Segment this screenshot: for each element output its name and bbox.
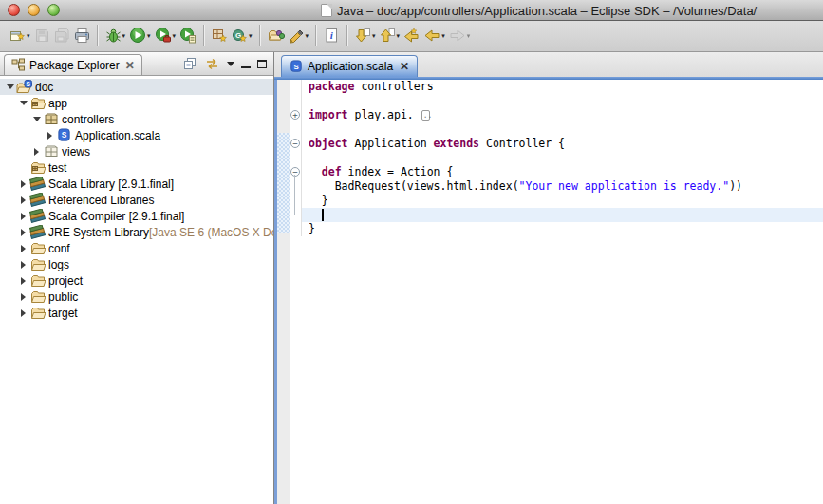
search-button[interactable]: ▾ [287, 23, 311, 47]
folder-icon [29, 257, 46, 272]
chevron-down-icon[interactable]: ▾ [147, 32, 151, 39]
code-line[interactable] [290, 122, 823, 137]
scala-project-icon: S [16, 80, 32, 95]
zoom-button[interactable] [47, 4, 60, 16]
javadoc-button[interactable]: i [322, 23, 342, 47]
code-line[interactable] [290, 94, 823, 108]
code-line[interactable] [290, 208, 823, 222]
tree-item-test[interactable]: test [0, 159, 273, 176]
forward-icon [449, 28, 466, 44]
close-button[interactable] [8, 4, 20, 16]
code-line[interactable]: +import play.api._ [290, 108, 823, 122]
disclosure-triangle-icon[interactable] [17, 101, 29, 105]
forward-button[interactable]: ▾ [447, 23, 473, 47]
close-icon[interactable]: ✕ [125, 59, 135, 72]
next-annotation-icon [355, 28, 371, 44]
chevron-down-icon[interactable]: ▾ [397, 32, 401, 39]
disclosure-triangle-icon[interactable] [17, 293, 29, 301]
back-icon [423, 28, 440, 44]
toolbar-separator [346, 25, 348, 46]
print-button[interactable] [72, 23, 92, 47]
tree-item-jre-system-library[interactable]: JRE System Library [Java SE 6 (MacOS X D… [0, 224, 273, 240]
debug-button[interactable]: ▾ [103, 23, 128, 47]
chevron-down-icon[interactable]: ▾ [27, 32, 30, 39]
tree-item-doc[interactable]: Sdoc [0, 79, 273, 95]
chevron-down-icon[interactable]: ▾ [441, 32, 445, 39]
fold-expand-icon[interactable]: + [290, 108, 302, 122]
tree-item-logs[interactable]: logs [0, 256, 273, 272]
tree-item-controllers[interactable]: controllers [0, 111, 273, 127]
collapsed-region-icon[interactable] [421, 110, 430, 121]
next-annotation-button[interactable]: ▾ [353, 23, 378, 47]
disclosure-triangle-icon[interactable] [30, 148, 43, 156]
back-button[interactable]: ▾ [421, 23, 447, 47]
disclosure-triangle-icon[interactable] [17, 261, 29, 269]
last-edit-location-button[interactable] [402, 23, 421, 47]
disclosure-triangle-icon[interactable] [17, 309, 29, 317]
new-wizard-button[interactable]: ▾ [8, 23, 32, 47]
disclosure-triangle-icon[interactable] [17, 196, 29, 204]
chevron-down-icon[interactable]: ▾ [467, 32, 471, 39]
annotation-ruler[interactable] [277, 80, 290, 504]
chevron-down-icon[interactable]: ▾ [173, 32, 177, 39]
previous-annotation-button[interactable]: ▾ [378, 23, 402, 47]
disclosure-triangle-icon[interactable] [17, 277, 29, 285]
tree-item-views[interactable]: views [0, 143, 273, 159]
chevron-down-icon[interactable]: ▾ [122, 32, 126, 39]
tree-item-label: Scala Library [2.9.1.final] [48, 177, 174, 191]
code-text: import play.api._ [302, 108, 823, 122]
minimize-button[interactable] [28, 4, 40, 16]
chevron-down-icon[interactable]: ▾ [306, 32, 309, 39]
code-line[interactable]: −object Application extends Controller { [290, 137, 823, 151]
code-line[interactable] [290, 151, 823, 165]
fold-scope-line [294, 175, 299, 215]
code-line[interactable]: } [290, 194, 823, 208]
code-area[interactable]: package controllers+import play.api._−ob… [290, 80, 823, 504]
chevron-down-icon[interactable]: ▾ [372, 32, 376, 39]
package-explorer-tab[interactable]: Package Explorer ✕ [4, 54, 142, 75]
close-icon[interactable]: ✕ [400, 60, 409, 73]
editor-tab-application-scala[interactable]: S Application.scala ✕ [281, 55, 418, 77]
disclosure-triangle-icon[interactable] [17, 245, 29, 252]
fold-collapse-icon[interactable]: − [290, 137, 302, 151]
tree-item-referenced-libraries[interactable]: Referenced Libraries [0, 192, 273, 208]
tree-item-app[interactable]: app [0, 95, 273, 111]
disclosure-triangle-icon[interactable] [17, 180, 29, 188]
run-button[interactable]: ▾ [127, 23, 153, 47]
link-with-editor-button[interactable] [204, 56, 220, 71]
profile-button[interactable] [178, 23, 198, 47]
maximize-view-button[interactable] [257, 60, 267, 68]
new-element-wizard-icon: G [232, 28, 248, 44]
view-menu-button[interactable] [227, 62, 234, 66]
tree-item-label: Application.scala [75, 129, 160, 142]
tree-item-public[interactable]: public [0, 289, 273, 305]
code-line[interactable]: } [290, 222, 823, 236]
tree-item-application.scala[interactable]: SApplication.scala [0, 127, 273, 143]
view-title: Package Explorer [29, 59, 120, 72]
disclosure-triangle-icon[interactable] [44, 132, 56, 140]
disclosure-triangle-icon[interactable] [4, 84, 16, 89]
new-java-project-button[interactable] [210, 23, 230, 47]
code-line[interactable]: BadRequest(views.html.index("Your new ap… [290, 179, 823, 194]
collapse-all-button[interactable] [182, 56, 197, 71]
tree-item-project[interactable]: project [0, 272, 273, 289]
tree-item-conf[interactable]: conf [0, 240, 273, 256]
minimize-view-button[interactable] [241, 60, 251, 68]
code-line[interactable]: package controllers [290, 80, 823, 94]
chevron-down-icon[interactable]: ▾ [249, 32, 253, 39]
editor-content[interactable]: package controllers+import play.api._−ob… [274, 80, 823, 504]
tree-item-scala-compiler-2.9.1.final[interactable]: Scala Compiler [2.9.1.final] [0, 208, 273, 224]
save-button[interactable] [32, 23, 52, 47]
disclosure-triangle-icon[interactable] [30, 117, 43, 121]
tree-item-target[interactable]: target [0, 305, 273, 321]
code-text: object Application extends Controller { [302, 137, 823, 151]
save-all-button[interactable] [52, 23, 72, 47]
library-icon [29, 209, 46, 224]
tree-item-scala-library-2.9.1.final[interactable]: Scala Library [2.9.1.final] [0, 176, 273, 192]
new-element-wizard-button[interactable]: G ▾ [230, 23, 254, 47]
run-external-tools-button[interactable]: ▾ [153, 23, 178, 47]
open-type-button[interactable] [266, 23, 287, 47]
disclosure-triangle-icon[interactable] [17, 229, 29, 236]
disclosure-triangle-icon[interactable] [17, 213, 29, 220]
code-line[interactable]: − def index = Action { [290, 165, 823, 179]
